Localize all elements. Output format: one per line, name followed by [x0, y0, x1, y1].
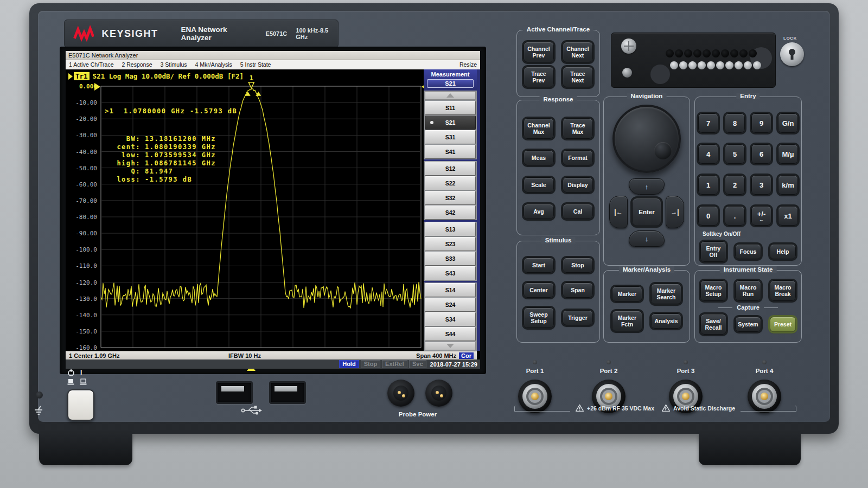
bay-vent-hole [675, 49, 683, 57]
menu-item-1[interactable]: 1 Active Ch/Trace [69, 60, 113, 69]
start-button[interactable]: Start [524, 258, 554, 273]
menu-item-4[interactable]: 4 Mkr/Analysis [195, 60, 232, 69]
navigation-knob[interactable] [612, 105, 681, 173]
key-[interactable]: . [725, 206, 745, 226]
key-5[interactable]: 5 [725, 144, 745, 164]
menu-resize[interactable]: Resize [459, 60, 477, 69]
lock-keyhole-icon[interactable] [780, 42, 804, 66]
key-m[interactable]: M/µ [778, 144, 798, 164]
marker-search-button[interactable]: Marker Search [651, 284, 681, 304]
key-km[interactable]: k/m [778, 175, 798, 195]
key-3[interactable]: 3 [751, 175, 771, 195]
key-7[interactable]: 7 [698, 113, 718, 133]
usb-port-2[interactable] [269, 381, 306, 404]
ref-level-arrow-left-icon [94, 83, 100, 91]
system-button[interactable]: System [735, 317, 761, 332]
trace-prev-button[interactable]: Trace Prev [524, 67, 554, 87]
macro-run-button[interactable]: Macro Run [735, 280, 761, 301]
power-button[interactable] [67, 389, 94, 421]
entry-off-button[interactable]: Entry Off [700, 241, 726, 262]
key-6[interactable]: 6 [751, 144, 771, 164]
usb-port-1[interactable] [216, 381, 253, 404]
menu-item-2[interactable]: 2 Response [122, 60, 152, 69]
avg-button[interactable]: Avg [524, 204, 554, 219]
status-svc: Svc [409, 360, 426, 368]
span-button[interactable]: Span [563, 282, 593, 298]
softkey-group-divider [424, 159, 477, 161]
key-1[interactable]: 1 [698, 175, 718, 195]
channel-max-button[interactable]: Channel Max [524, 118, 554, 139]
enter-button[interactable]: Enter [632, 198, 661, 226]
arrow-up-button[interactable]: ↑ [629, 178, 665, 195]
channel-prev-button[interactable]: Channel Prev [524, 42, 554, 62]
macro-break-button[interactable]: Macro Break [770, 280, 796, 301]
scale-button[interactable]: Scale [524, 177, 554, 192]
key-8[interactable]: 8 [725, 113, 745, 133]
probe-power-connector-1[interactable] [387, 380, 414, 407]
key-x1[interactable]: x1 [778, 206, 798, 226]
softkey-s13[interactable]: S13 [425, 222, 476, 236]
trace-next-button[interactable]: Trace Next [563, 67, 593, 87]
softkey-s23[interactable]: S23 [425, 237, 476, 251]
cal-button[interactable]: Cal [563, 204, 593, 219]
softkey-s22[interactable]: S22 [425, 176, 476, 190]
status-extref: ExtRef [382, 360, 407, 368]
menu-item-3[interactable]: 3 Stimulus [161, 60, 187, 69]
softkey-s41[interactable]: S41 [425, 145, 476, 159]
help-button[interactable]: Help [770, 244, 796, 259]
menu-item-5[interactable]: 5 Instr State [240, 60, 271, 69]
key-gn[interactable]: G/n [778, 113, 798, 133]
display-button[interactable]: Display [563, 177, 593, 192]
channel-status-bar: 1 Center 1.09 GHz IFBW 10 Hz Span 400 MH… [66, 351, 477, 359]
center-button[interactable]: Center [524, 282, 554, 298]
trigger-button[interactable]: Trigger [563, 310, 593, 325]
softkey-s33[interactable]: S33 [425, 252, 476, 266]
scroll-up-icon [446, 93, 454, 98]
probe-power-label: Probe Power [380, 411, 456, 418]
arrow-down-button[interactable]: ↓ [629, 230, 665, 247]
softkey-s11[interactable]: S11 [425, 101, 476, 115]
y-axis-tick: -50.00 [66, 165, 97, 172]
softkey-s42[interactable]: S42 [425, 206, 476, 220]
meas-button[interactable]: Meas [524, 150, 554, 165]
key-[interactable]: +/-← [751, 206, 771, 226]
save-recall-button[interactable]: Save/ Recall [700, 314, 726, 335]
stop-button[interactable]: Stop [563, 258, 593, 273]
focus-button[interactable]: Focus [735, 244, 761, 259]
arrow-left-button[interactable]: |← [609, 196, 628, 228]
softkey-s12[interactable]: S12 [425, 162, 476, 176]
group-label: Marker/Analysis [619, 266, 674, 273]
arrow-right-button[interactable]: →| [666, 196, 684, 228]
macro-setup-button[interactable]: Macro Setup [700, 280, 726, 301]
y-axis-tick: -140.0 [66, 312, 97, 319]
marker-button[interactable]: Marker [612, 286, 642, 301]
analysis-button[interactable]: Analysis [651, 313, 681, 329]
sweep-setup-button[interactable]: Sweep Setup [524, 307, 554, 328]
probe-power-connector-2[interactable] [425, 380, 452, 407]
bay-vent-hole [684, 49, 692, 57]
softkey-s14[interactable]: S14 [425, 283, 476, 297]
marker-fctn-button[interactable]: Marker Fctn [612, 311, 642, 331]
softkey-s34[interactable]: S34 [425, 312, 476, 326]
bay-vent-hole [670, 61, 678, 69]
trace-max-button[interactable]: Trace Max [563, 118, 593, 139]
softkey-s43[interactable]: S43 [425, 266, 476, 280]
y-axis-tick: -120.0 [66, 279, 97, 286]
key-4[interactable]: 4 [698, 144, 718, 164]
preset-button[interactable]: Preset [770, 317, 796, 332]
softkey-scroll-up[interactable] [425, 91, 476, 100]
key-9[interactable]: 9 [751, 113, 771, 133]
softkey-s44[interactable]: S44 [425, 327, 476, 341]
softkey-s31[interactable]: S31 [425, 130, 476, 144]
channel-next-button[interactable]: Channel Next [563, 42, 593, 62]
softkey-s21[interactable]: S21 [425, 115, 476, 130]
marker-readout-row: Q:81.947 [105, 168, 237, 176]
key-2[interactable]: 2 [725, 175, 745, 195]
softkey-s32[interactable]: S32 [425, 191, 476, 205]
marker-readout-row: loss:-1.5793 dB [105, 176, 237, 184]
softkey-scroll-down[interactable] [425, 342, 476, 350]
key-0[interactable]: 0 [698, 206, 718, 226]
y-axis-tick: -80.00 [66, 214, 97, 221]
softkey-s24[interactable]: S24 [425, 298, 476, 312]
format-button[interactable]: Format [563, 150, 593, 165]
